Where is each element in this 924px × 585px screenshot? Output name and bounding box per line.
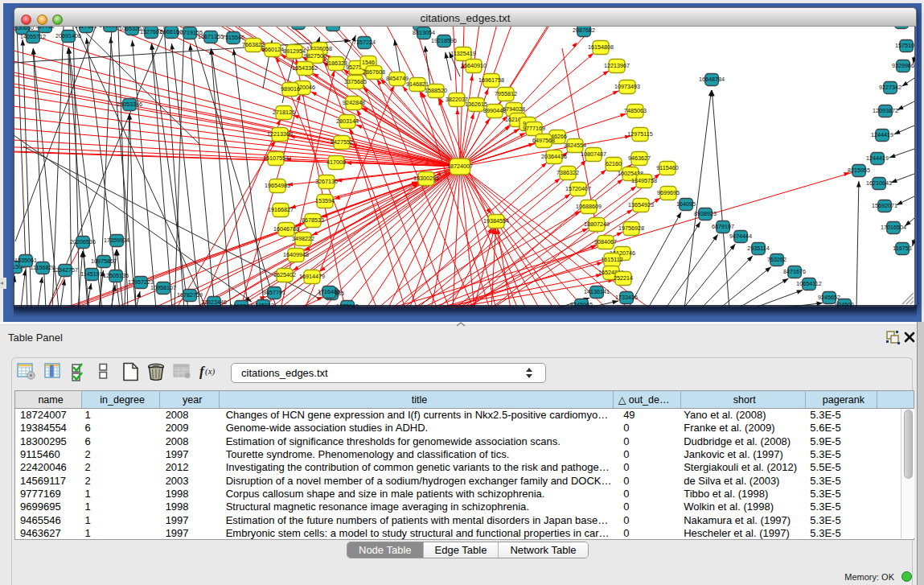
svg-text:116753: 116753 [893, 245, 911, 252]
svg-text:9474444: 9474444 [729, 233, 752, 240]
svg-text:10807487: 10807487 [581, 150, 606, 158]
svg-text:1527602: 1527602 [140, 28, 162, 35]
svg-text:13654923: 13654923 [628, 201, 654, 208]
svg-text:15692071: 15692071 [872, 202, 897, 209]
svg-text:11325419: 11325419 [450, 50, 475, 57]
svg-text:15720407: 15720407 [565, 185, 591, 192]
svg-text:1733426: 1733426 [615, 294, 638, 301]
svg-text:1063852: 1063852 [99, 27, 121, 29]
svg-text:17016504: 17016504 [881, 224, 906, 231]
svg-text:3375685: 3375685 [344, 78, 367, 85]
svg-text:16914479: 16914479 [299, 273, 325, 280]
svg-text:10975867: 10975867 [91, 257, 117, 265]
svg-text:62160: 62160 [606, 160, 622, 167]
svg-text:763262: 763262 [767, 256, 786, 263]
svg-text:6497568: 6497568 [532, 137, 555, 144]
svg-text:7515546: 7515546 [222, 34, 244, 41]
svg-text:10654112: 10654112 [796, 280, 821, 287]
svg-text:1244419: 1244419 [866, 154, 889, 162]
svg-text:9242848: 9242848 [343, 99, 365, 106]
svg-text:12505135: 12505135 [103, 272, 129, 279]
svg-text:19384554: 19384554 [483, 217, 509, 225]
svg-text:9699695: 9699695 [657, 189, 680, 196]
svg-text:7955812: 7955812 [495, 90, 517, 97]
svg-text:2803144: 2803144 [336, 117, 359, 125]
svg-text:7625402: 7625402 [273, 271, 296, 278]
svg-text:12213369: 12213369 [267, 130, 293, 138]
svg-text:2718126: 2718126 [273, 109, 295, 116]
svg-text:164095: 164095 [676, 200, 696, 208]
svg-text:1588520: 1588520 [425, 87, 447, 94]
svg-text:16961758: 16961758 [478, 76, 504, 84]
svg-text:19654983: 19654983 [265, 182, 290, 189]
svg-text:8912954: 8912954 [283, 47, 306, 55]
svg-text:18724007: 18724007 [447, 163, 473, 170]
svg-text:8813054: 8813054 [413, 29, 435, 36]
svg-text:16543362: 16543362 [292, 64, 318, 72]
svg-text:16210643: 16210643 [866, 179, 892, 187]
svg-text:12975115: 12975115 [627, 130, 652, 138]
svg-text:14055712: 14055712 [20, 33, 46, 40]
svg-text:16782759: 16782759 [177, 291, 203, 299]
svg-text:23053346: 23053346 [117, 101, 142, 108]
svg-text:19218596: 19218596 [431, 37, 457, 44]
svg-text:1535061: 1535061 [14, 257, 37, 264]
svg-text:18300295: 18300295 [413, 175, 439, 182]
svg-text:18807249: 18807249 [584, 220, 610, 228]
svg-text:14136141: 14136141 [584, 288, 610, 295]
svg-text:19756928: 19756928 [618, 225, 644, 232]
svg-text:9084067: 9084067 [594, 238, 617, 245]
svg-text:7386322: 7386322 [556, 169, 579, 176]
svg-text:16033809: 16033809 [320, 27, 346, 28]
svg-text:1244419: 1244419 [871, 131, 893, 138]
svg-text:16671355: 16671355 [198, 33, 224, 40]
svg-text:9115460: 9115460 [656, 164, 678, 171]
svg-text:3267130: 3267130 [315, 178, 338, 185]
svg-text:2087682: 2087682 [573, 27, 595, 34]
svg-text:16648784: 16648784 [699, 76, 725, 83]
svg-text:3824554: 3824554 [564, 142, 586, 149]
svg-text:1145191: 1145191 [80, 270, 102, 278]
svg-text:9329966: 9329966 [892, 62, 914, 69]
svg-text:11156829: 11156829 [31, 264, 55, 271]
svg-text:9245652: 9245652 [818, 294, 840, 301]
svg-text:20691406: 20691406 [55, 32, 81, 39]
svg-text:12213967: 12213967 [604, 62, 630, 69]
svg-text:8215955: 8215955 [848, 167, 870, 174]
svg-text:10688609: 10688609 [576, 203, 602, 210]
svg-text:917762: 917762 [35, 27, 55, 30]
svg-text:8454749: 8454749 [386, 75, 409, 82]
svg-text:17359934: 17359934 [104, 237, 129, 244]
svg-text:20206536: 20206536 [70, 238, 96, 245]
svg-text:(x): (x) [205, 366, 216, 377]
svg-text:1575107: 1575107 [895, 42, 915, 49]
svg-text:6879197: 6879197 [712, 223, 734, 230]
svg-text:989016: 989016 [281, 85, 300, 93]
svg-text:2867608: 2867608 [363, 68, 385, 76]
svg-text:8186328: 8186328 [325, 60, 347, 67]
svg-text:19166827: 19166827 [268, 206, 294, 213]
svg-text:16154808: 16154808 [588, 43, 614, 51]
svg-text:10958107: 10958107 [150, 284, 176, 291]
svg-text:9227342: 9227342 [879, 84, 901, 91]
svg-text:8427552: 8427552 [331, 138, 353, 146]
svg-text:16046788: 16046788 [273, 225, 299, 233]
svg-text:9777169: 9777169 [523, 125, 545, 132]
svg-text:7357224: 7357224 [353, 39, 376, 46]
svg-text:153594: 153594 [315, 197, 335, 204]
svg-text:16107554: 16107554 [263, 154, 289, 162]
svg-text:6794028: 6794028 [503, 105, 525, 113]
svg-text:9857791: 9857791 [263, 289, 285, 296]
svg-text:8678533: 8678533 [302, 216, 324, 224]
svg-text:9660124: 9660124 [261, 46, 284, 53]
svg-text:8938923: 8938923 [694, 210, 717, 217]
svg-text:1615112: 1615112 [601, 256, 622, 263]
svg-text:16409948: 16409948 [283, 251, 309, 258]
svg-text:417008: 417008 [326, 159, 346, 166]
svg-text:12093872: 12093872 [873, 107, 898, 114]
svg-text:8471676: 8471676 [783, 268, 806, 275]
svg-text:12342757: 12342757 [52, 266, 78, 274]
svg-text:13495758: 13495758 [631, 177, 657, 184]
svg-text:9827500: 9827500 [304, 52, 326, 60]
svg-text:252214: 252214 [614, 274, 633, 282]
